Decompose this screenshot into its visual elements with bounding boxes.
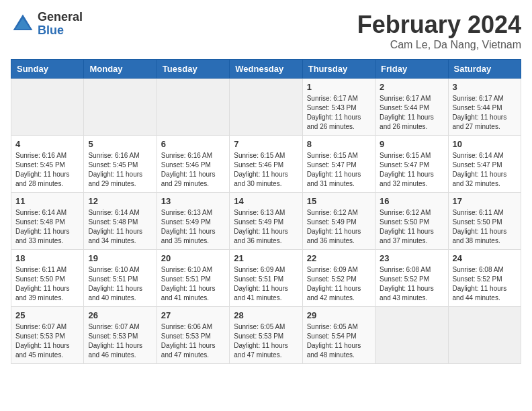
day-info: Sunrise: 6:12 AMSunset: 5:50 PMDaylight:… [380,208,443,246]
day-number: 20 [161,253,225,263]
weekday-header: Tuesday [157,60,229,79]
calendar-cell: 14Sunrise: 6:13 AMSunset: 5:49 PMDayligh… [230,193,302,250]
calendar-cell: 16Sunrise: 6:12 AMSunset: 5:50 PMDayligh… [375,193,448,250]
calendar-cell: 8Sunrise: 6:15 AMSunset: 5:47 PMDaylight… [302,136,375,193]
day-info: Sunrise: 6:15 AMSunset: 5:47 PMDaylight:… [380,151,443,189]
weekday-header-row: SundayMondayTuesdayWednesdayThursdayFrid… [11,60,521,79]
day-number: 28 [234,310,298,320]
day-info: Sunrise: 6:09 AMSunset: 5:52 PMDaylight:… [307,265,371,303]
calendar-week-row: 11Sunrise: 6:14 AMSunset: 5:48 PMDayligh… [11,193,521,250]
weekday-header: Thursday [302,60,375,79]
calendar-cell [448,307,521,364]
day-number: 15 [307,196,371,206]
day-info: Sunrise: 6:06 AMSunset: 5:53 PMDaylight:… [161,322,225,360]
day-number: 12 [88,196,152,206]
title-area: February 2024 Cam Le, Da Nang, Vietnam [357,11,521,51]
day-info: Sunrise: 6:07 AMSunset: 5:53 PMDaylight:… [88,322,152,360]
day-number: 3 [453,82,517,92]
calendar-cell: 19Sunrise: 6:10 AMSunset: 5:51 PMDayligh… [84,250,157,307]
calendar-cell [157,79,229,136]
calendar-cell: 23Sunrise: 6:08 AMSunset: 5:52 PMDayligh… [375,250,448,307]
day-number: 5 [88,139,152,149]
calendar-cell: 22Sunrise: 6:09 AMSunset: 5:52 PMDayligh… [302,250,375,307]
calendar-cell: 3Sunrise: 6:17 AMSunset: 5:44 PMDaylight… [448,79,521,136]
day-info: Sunrise: 6:17 AMSunset: 5:44 PMDaylight:… [453,94,517,132]
weekday-header: Saturday [448,60,521,79]
day-number: 25 [15,310,79,320]
calendar-cell: 13Sunrise: 6:13 AMSunset: 5:49 PMDayligh… [157,193,229,250]
day-info: Sunrise: 6:12 AMSunset: 5:49 PMDaylight:… [307,208,371,246]
day-number: 10 [453,139,517,149]
day-info: Sunrise: 6:10 AMSunset: 5:51 PMDaylight:… [161,265,225,303]
calendar-cell: 18Sunrise: 6:11 AMSunset: 5:50 PMDayligh… [11,250,84,307]
day-number: 14 [234,196,298,206]
calendar-body: 1Sunrise: 6:17 AMSunset: 5:43 PMDaylight… [11,79,521,364]
weekday-header: Friday [375,60,448,79]
day-info: Sunrise: 6:14 AMSunset: 5:48 PMDaylight:… [88,208,152,246]
page-header: General Blue February 2024 Cam Le, Da Na… [11,11,521,51]
day-number: 4 [15,139,79,149]
day-info: Sunrise: 6:15 AMSunset: 5:46 PMDaylight:… [234,151,298,189]
calendar-cell: 7Sunrise: 6:15 AMSunset: 5:46 PMDaylight… [230,136,302,193]
calendar-cell [11,79,84,136]
day-number: 16 [380,196,443,206]
day-info: Sunrise: 6:16 AMSunset: 5:46 PMDaylight:… [161,151,225,189]
calendar-cell: 12Sunrise: 6:14 AMSunset: 5:48 PMDayligh… [84,193,157,250]
day-number: 29 [307,310,371,320]
day-number: 18 [15,253,79,263]
calendar-cell [230,79,302,136]
logo: General Blue [11,11,83,38]
day-info: Sunrise: 6:16 AMSunset: 5:45 PMDaylight:… [88,151,152,189]
logo-text: General Blue [38,11,83,38]
day-number: 26 [88,310,152,320]
day-number: 8 [307,139,371,149]
calendar-cell: 4Sunrise: 6:16 AMSunset: 5:45 PMDaylight… [11,136,84,193]
calendar-header: SundayMondayTuesdayWednesdayThursdayFrid… [11,60,521,79]
calendar-week-row: 18Sunrise: 6:11 AMSunset: 5:50 PMDayligh… [11,250,521,307]
day-info: Sunrise: 6:07 AMSunset: 5:53 PMDaylight:… [15,322,79,360]
day-number: 27 [161,310,225,320]
calendar-cell [84,79,157,136]
logo-icon [11,12,35,36]
day-number: 11 [15,196,79,206]
day-number: 17 [453,196,517,206]
calendar-cell: 25Sunrise: 6:07 AMSunset: 5:53 PMDayligh… [11,307,84,364]
day-number: 22 [307,253,371,263]
page-title: February 2024 [357,11,521,39]
day-info: Sunrise: 6:11 AMSunset: 5:50 PMDaylight:… [15,265,79,303]
day-number: 24 [453,253,517,263]
calendar-cell: 15Sunrise: 6:12 AMSunset: 5:49 PMDayligh… [302,193,375,250]
day-info: Sunrise: 6:08 AMSunset: 5:52 PMDaylight:… [380,265,443,303]
day-info: Sunrise: 6:11 AMSunset: 5:50 PMDaylight:… [453,208,517,246]
day-info: Sunrise: 6:09 AMSunset: 5:51 PMDaylight:… [234,265,298,303]
day-info: Sunrise: 6:14 AMSunset: 5:48 PMDaylight:… [15,208,79,246]
day-number: 7 [234,139,298,149]
day-info: Sunrise: 6:16 AMSunset: 5:45 PMDaylight:… [15,151,79,189]
calendar-week-row: 1Sunrise: 6:17 AMSunset: 5:43 PMDaylight… [11,79,521,136]
weekday-header: Sunday [11,60,84,79]
calendar-cell: 26Sunrise: 6:07 AMSunset: 5:53 PMDayligh… [84,307,157,364]
day-info: Sunrise: 6:05 AMSunset: 5:53 PMDaylight:… [234,322,298,360]
day-number: 19 [88,253,152,263]
calendar-cell: 6Sunrise: 6:16 AMSunset: 5:46 PMDaylight… [157,136,229,193]
calendar-cell: 10Sunrise: 6:14 AMSunset: 5:47 PMDayligh… [448,136,521,193]
calendar-cell: 1Sunrise: 6:17 AMSunset: 5:43 PMDaylight… [302,79,375,136]
calendar-cell: 11Sunrise: 6:14 AMSunset: 5:48 PMDayligh… [11,193,84,250]
calendar-cell: 21Sunrise: 6:09 AMSunset: 5:51 PMDayligh… [230,250,302,307]
calendar-cell: 29Sunrise: 6:05 AMSunset: 5:54 PMDayligh… [302,307,375,364]
day-info: Sunrise: 6:08 AMSunset: 5:52 PMDaylight:… [453,265,517,303]
day-number: 6 [161,139,225,149]
weekday-header: Wednesday [230,60,302,79]
calendar-cell: 9Sunrise: 6:15 AMSunset: 5:47 PMDaylight… [375,136,448,193]
day-info: Sunrise: 6:05 AMSunset: 5:54 PMDaylight:… [307,322,371,360]
day-info: Sunrise: 6:17 AMSunset: 5:43 PMDaylight:… [307,94,371,132]
logo-blue: Blue [38,24,83,38]
day-number: 21 [234,253,298,263]
day-number: 23 [380,253,443,263]
calendar-cell: 20Sunrise: 6:10 AMSunset: 5:51 PMDayligh… [157,250,229,307]
calendar-week-row: 25Sunrise: 6:07 AMSunset: 5:53 PMDayligh… [11,307,521,364]
calendar-cell: 24Sunrise: 6:08 AMSunset: 5:52 PMDayligh… [448,250,521,307]
weekday-header: Monday [84,60,157,79]
day-info: Sunrise: 6:13 AMSunset: 5:49 PMDaylight:… [161,208,225,246]
day-info: Sunrise: 6:13 AMSunset: 5:49 PMDaylight:… [234,208,298,246]
